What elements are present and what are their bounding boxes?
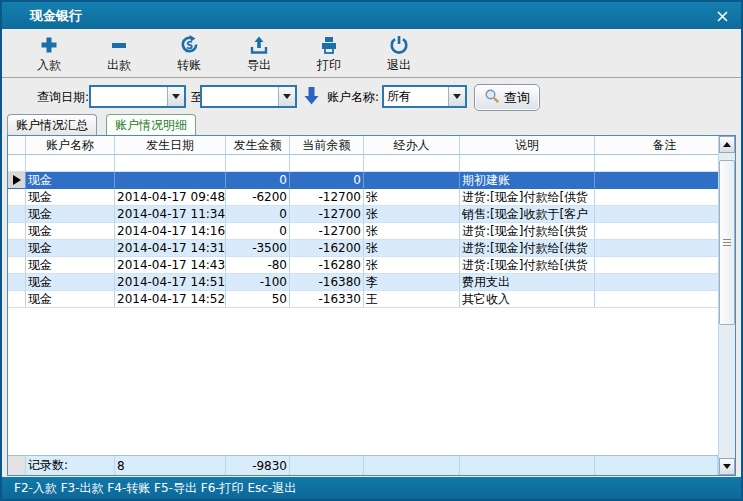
date-to-combobox[interactable] <box>200 85 297 108</box>
summary-cell: -9830 <box>226 456 290 475</box>
cell: 张 <box>364 240 460 257</box>
cell: 现金 <box>26 257 115 274</box>
cell: 2014-04-17 14:31 <box>115 240 226 257</box>
print-button[interactable]: 打印 <box>294 30 364 76</box>
cell: -80 <box>226 257 290 274</box>
search-icon <box>484 88 500 107</box>
cell: 现金 <box>26 206 115 223</box>
cell: 2014-04-17 14:51 <box>115 274 226 291</box>
table-row[interactable]: 现金00期初建账 <box>8 172 735 189</box>
cell: 现金 <box>26 172 115 189</box>
row-marker-cell <box>8 172 26 189</box>
cell <box>364 172 460 189</box>
tab-account-summary[interactable]: 账户情况汇总 <box>7 114 97 135</box>
withdraw-button[interactable]: 出款 <box>84 30 154 76</box>
tab-label: 账户情况汇总 <box>16 117 88 134</box>
table-row[interactable]: 现金2014-04-17 14:51-100-16380李费用支出 <box>8 274 735 291</box>
summary-cell <box>364 456 460 475</box>
cell: -6200 <box>226 189 290 206</box>
cell: 现金 <box>26 291 115 308</box>
scroll-up-icon[interactable] <box>719 136 735 153</box>
summary-cell: 记录数: <box>26 456 115 475</box>
header-cell: 说明 <box>460 136 595 155</box>
cell: 2014-04-17 09:48 <box>115 189 226 206</box>
row-marker-cell <box>8 223 26 240</box>
cash-bank-window: 现金银行 入款 出款 S 转账 <box>0 0 743 501</box>
query-date-label: 查询日期: <box>37 89 89 106</box>
scroll-down-icon[interactable] <box>719 458 735 475</box>
vertical-scrollbar[interactable] <box>718 136 735 475</box>
deposit-button[interactable]: 入款 <box>14 30 84 76</box>
cell: 50 <box>226 291 290 308</box>
cell <box>595 291 735 308</box>
chevron-down-icon[interactable] <box>167 87 184 106</box>
cell <box>595 223 735 240</box>
summary-row: 记录数:8-9830 <box>8 455 718 475</box>
cell: -3500 <box>226 240 290 257</box>
cell: 期初建账 <box>460 172 595 189</box>
tab-account-detail[interactable]: 账户情况明细 <box>106 114 196 135</box>
cell: 2014-04-17 11:34 <box>115 206 226 223</box>
toolbar-button-label: 入款 <box>37 57 61 74</box>
cell: 进货:[现金]付款给[供货 <box>460 257 595 274</box>
toolbar: 入款 出款 S 转账 <box>2 29 741 78</box>
cell <box>595 274 735 291</box>
search-button-label: 查询 <box>504 89 530 107</box>
row-marker-cell <box>8 257 26 274</box>
cell <box>26 155 115 172</box>
row-marker-cell <box>8 274 26 291</box>
cell: 张 <box>364 223 460 240</box>
cell: 现金 <box>26 189 115 206</box>
cell: 其它收入 <box>460 291 595 308</box>
search-button[interactable]: 查询 <box>474 84 540 111</box>
header-cell: 账户名称 <box>26 136 115 155</box>
table-row[interactable]: 现金2014-04-17 14:31-3500-16200张进货:[现金]付款给… <box>8 240 735 257</box>
export-button[interactable]: 导出 <box>224 30 294 76</box>
table-row[interactable]: 现金2014-04-17 14:160-12700张进货:[现金]付款给[供货 <box>8 223 735 240</box>
header-cell: 发生日期 <box>115 136 226 155</box>
table-row[interactable]: 现金2014-04-17 11:340-12700张销售:[现金]收款于[客户 <box>8 206 735 223</box>
table-row[interactable] <box>8 155 735 172</box>
transfer-icon: S <box>179 33 200 55</box>
scrollbar-thumb[interactable] <box>719 160 735 325</box>
cell: 0 <box>226 223 290 240</box>
table-row[interactable]: 现金2014-04-17 14:43-80-16280张进货:[现金]付款给[供… <box>8 257 735 274</box>
table-row[interactable]: 现金2014-04-17 14:5250-16330王其它收入 <box>8 291 735 308</box>
cell <box>364 155 460 172</box>
cell <box>595 240 735 257</box>
cell <box>595 257 735 274</box>
summary-marker-cell <box>8 456 26 475</box>
header-cell: 经办人 <box>364 136 460 155</box>
chevron-down-icon[interactable] <box>448 87 465 106</box>
close-icon[interactable] <box>713 7 731 25</box>
date-from-combobox[interactable] <box>89 85 186 108</box>
transactions-grid: 账户名称发生日期发生金额当前余额经办人说明备注 现金00期初建账现金2014-0… <box>7 135 736 476</box>
plus-icon <box>39 33 59 55</box>
cell <box>595 155 735 172</box>
summary-cell: 8 <box>115 456 226 475</box>
print-icon <box>319 33 339 55</box>
cell: -12700 <box>290 206 364 223</box>
cell: 2014-04-17 14:52 <box>115 291 226 308</box>
cell <box>115 155 226 172</box>
cell: -12700 <box>290 189 364 206</box>
row-marker-cell <box>8 155 26 172</box>
toolbar-button-label: 打印 <box>317 57 341 74</box>
transfer-button[interactable]: S 转账 <box>154 30 224 76</box>
row-marker-cell <box>8 189 26 206</box>
table-row[interactable]: 现金2014-04-17 09:48-6200-12700张进货:[现金]付款给… <box>8 189 735 206</box>
cell: 现金 <box>26 223 115 240</box>
account-combobox[interactable]: 所有 <box>382 85 467 108</box>
cell: -100 <box>226 274 290 291</box>
status-bar: F2-入款 F3-出款 F4-转账 F5-导出 F6-打印 Esc-退出 <box>2 477 741 499</box>
cell: 0 <box>226 172 290 189</box>
chevron-down-icon[interactable] <box>278 87 295 106</box>
cell: 现金 <box>26 240 115 257</box>
cell <box>460 155 595 172</box>
svg-text:S: S <box>185 39 192 50</box>
exit-button[interactable]: 退出 <box>364 30 434 76</box>
title-bar: 现金银行 <box>2 2 741 29</box>
blue-down-arrow-icon <box>304 86 319 110</box>
query-bar: 查询日期: 至 账户名称: 所有 查询 <box>2 79 741 114</box>
cell: 2014-04-17 14:16 <box>115 223 226 240</box>
